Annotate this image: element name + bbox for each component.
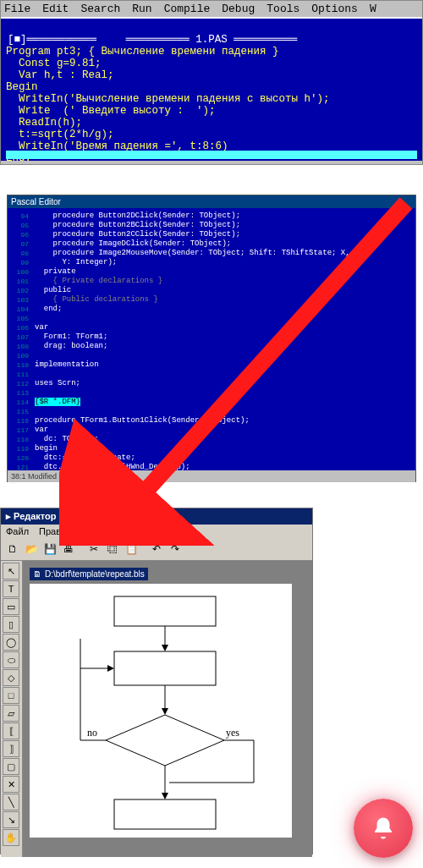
tb-print-icon[interactable]: 🖶: [60, 541, 77, 558]
menu-edit[interactable]: Edit: [42, 3, 69, 15]
tp-code-line: ReadIn(h);: [6, 117, 82, 129]
tb-redo-icon[interactable]: ↷: [167, 541, 184, 558]
tp-code-line: Write (' Введите высоту : ');: [6, 105, 216, 117]
pal-pointer-icon[interactable]: ↖: [3, 563, 19, 580]
menu-options[interactable]: Options: [311, 3, 358, 15]
fc-titlebar: ▸ Редактор блок-схем: [1, 508, 312, 525]
pal-hand-icon[interactable]: ✋: [3, 829, 19, 846]
pal-ellipse-icon[interactable]: ⬭: [3, 651, 19, 668]
svg-marker-1: [162, 645, 168, 651]
fc-menubar: Файл Правка Вид Окна ?: [1, 525, 312, 538]
svg-marker-14: [162, 793, 168, 799]
menu-compile[interactable]: Compile: [164, 3, 211, 15]
pal-bracket-r-icon[interactable]: ⟧: [3, 740, 19, 757]
tp-code-line: WriteIn('Вычисление времени падения с вы…: [6, 93, 330, 105]
tb-new-icon[interactable]: 🗋: [4, 541, 21, 558]
tp-menubar: File Edit Search Run Compile Debug Tools…: [1, 1, 422, 17]
fc-toolbar: 🗋 📂 💾 🖶 ✂ ⿻ 📋 ↶ ↷: [1, 538, 312, 561]
pal-diamond-icon[interactable]: ◇: [3, 669, 19, 686]
pal-oval-icon[interactable]: ◯: [3, 634, 19, 651]
turbo-pascal-ide: File Edit Search Run Compile Debug Tools…: [0, 0, 423, 165]
tp-editor-area[interactable]: [■]═════════════════════ 1.PAS ═════════…: [1, 17, 422, 161]
flow-decision[interactable]: [106, 715, 224, 766]
flow-process-2[interactable]: [114, 651, 216, 685]
tb-copy-icon[interactable]: ⿻: [104, 541, 121, 558]
svg-marker-7: [107, 665, 114, 672]
flowchart-svg: no yes: [30, 584, 292, 838]
pascal-editor-window: Pascal Editor 94 95 96 97 98 99 100 101 …: [7, 195, 416, 482]
fc-canvas[interactable]: no yes: [30, 584, 292, 838]
tp-editor-title: [■]═════════════════════ 1.PAS ═════════…: [6, 34, 417, 46]
fc-workspace: 🗎 D:\bdrf\template\repeat.bls: [23, 561, 312, 857]
flow-label-no: no: [87, 727, 97, 739]
flow-process-1[interactable]: [114, 596, 216, 626]
bell-icon: [371, 816, 396, 841]
fc-menu-help[interactable]: ?: [140, 526, 145, 536]
pal-connector-icon[interactable]: ↘: [3, 811, 19, 828]
document-icon: 🗎: [33, 569, 41, 579]
fc-menu-file[interactable]: Файл: [6, 526, 29, 536]
fc-menu-view[interactable]: Вид: [80, 526, 97, 536]
pe-titlebar: Pascal Editor: [8, 195, 415, 208]
tb-undo-icon[interactable]: ↶: [148, 541, 165, 558]
pal-parallelogram-icon[interactable]: ▱: [3, 705, 19, 722]
menu-run[interactable]: Run: [132, 3, 151, 15]
pal-line-icon[interactable]: ╲: [3, 794, 19, 810]
notification-button[interactable]: [354, 799, 413, 858]
pe-statusbar: 38:1 Modified Insert: [8, 470, 415, 482]
menu-search[interactable]: Search: [80, 3, 120, 15]
tp-code-line: Var h,t : Real;: [6, 69, 114, 81]
pe-gutter: 94 95 96 97 98 99 100 101 102 103 104 10…: [8, 208, 31, 470]
tb-save-icon[interactable]: 💾: [41, 541, 58, 558]
tb-paste-icon[interactable]: 📋: [123, 541, 140, 558]
tp-code-line: Begin: [6, 81, 38, 93]
pal-x-icon[interactable]: ✕: [3, 776, 19, 793]
tp-code-line: t:=sqrt(2*h/g);: [6, 129, 114, 140]
tp-code-line: Const g=9.81;: [6, 58, 102, 69]
pe-code-area[interactable]: 94 95 96 97 98 99 100 101 102 103 104 10…: [8, 208, 415, 470]
fc-menu-edit[interactable]: Правка: [39, 526, 70, 536]
tp-code-line: Program pt3; { Вычисление времени падени…: [6, 46, 279, 58]
fc-shape-palette: ↖ T ▭ ▯ ◯ ⬭ ◇ □ ▱ ⟦ ⟧ ▢ ✕ ╲ ↘ ✋: [1, 561, 23, 857]
tb-open-icon[interactable]: 📂: [23, 541, 40, 558]
pal-rect-dash-icon[interactable]: ▢: [3, 758, 19, 775]
pal-square-icon[interactable]: □: [3, 687, 19, 704]
pal-rect-thin-icon[interactable]: ▭: [3, 598, 19, 615]
pal-text-icon[interactable]: T: [3, 580, 19, 597]
flow-process-3[interactable]: [114, 799, 216, 829]
flow-label-yes: yes: [226, 727, 239, 739]
tb-cut-icon[interactable]: ✂: [85, 541, 102, 558]
menu-debug[interactable]: Debug: [222, 3, 255, 15]
menu-window[interactable]: W: [370, 3, 376, 15]
flowchart-editor-window: ▸ Редактор блок-схем Файл Правка Вид Окн…: [0, 508, 313, 854]
fc-menu-windows[interactable]: Окна: [107, 526, 129, 536]
tp-scrollbar[interactable]: [6, 151, 417, 159]
menu-tools[interactable]: Tools: [266, 3, 299, 15]
pe-code-text: procedure Button2DClick(Sender: TObject)…: [31, 208, 415, 470]
fc-document-tab[interactable]: 🗎 D:\bdrf\template\repeat.bls: [30, 568, 148, 580]
pal-bracket-icon[interactable]: ⟦: [3, 722, 19, 739]
pal-rect-icon[interactable]: ▯: [3, 616, 19, 633]
svg-marker-3: [162, 708, 168, 715]
menu-file[interactable]: File: [4, 3, 30, 15]
fc-document-path: D:\bdrf\template\repeat.bls: [45, 569, 145, 579]
